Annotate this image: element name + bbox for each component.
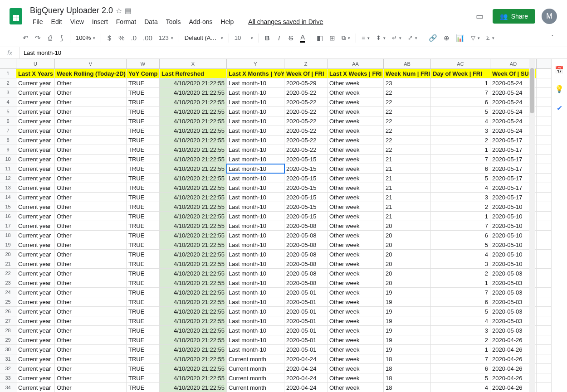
merge-dropdown[interactable]: ⧉▾ [339, 33, 353, 44]
cell[interactable]: TRUE [127, 373, 160, 382]
cell[interactable]: Other week [327, 354, 384, 363]
cell[interactable]: 2020-05-15 [284, 155, 327, 164]
cell[interactable]: Current year [16, 326, 55, 335]
cell[interactable]: 3 [431, 326, 490, 335]
cell[interactable]: Other week [327, 250, 384, 259]
cell[interactable]: Last month-10 [227, 145, 284, 154]
cell[interactable]: Other [55, 164, 127, 173]
paint-format-button[interactable]: ⟆ [56, 32, 67, 44]
cell[interactable]: 4/10/2020 21:22:55 [160, 164, 227, 173]
cell[interactable]: Other week [327, 297, 384, 306]
document-title[interactable]: BigQuery Uploader 2.0 [30, 6, 113, 15]
account-avatar[interactable]: M [542, 9, 557, 24]
cell[interactable]: Other week [327, 316, 384, 325]
column-header-U[interactable]: U [16, 59, 55, 68]
cell[interactable]: Other week [327, 364, 384, 373]
cell[interactable]: 4/10/2020 21:22:55 [160, 155, 227, 164]
cell[interactable]: Last month-10 [227, 174, 284, 183]
cell[interactable]: 2020-05-01 [284, 345, 327, 354]
menu-help[interactable]: Help [217, 16, 238, 27]
cell[interactable]: 4/10/2020 21:22:55 [160, 107, 227, 116]
halign-dropdown[interactable]: ≡▾ [359, 33, 372, 43]
toolbar-collapse-button[interactable]: ˆ [552, 34, 562, 41]
cell[interactable]: 6 [431, 297, 490, 306]
column-header-V[interactable]: V [55, 59, 127, 68]
row-header[interactable]: 29 [0, 335, 16, 344]
cell[interactable]: Last month-10 [227, 335, 284, 344]
cell[interactable]: 22 [384, 145, 431, 154]
cell[interactable]: Last month-10 [227, 288, 284, 297]
cell[interactable]: Last month-10 [227, 193, 284, 202]
cell[interactable]: 19 [384, 288, 431, 297]
cell[interactable]: 3 [431, 259, 490, 268]
cell[interactable]: TRUE [127, 326, 160, 335]
cell[interactable]: 18 [384, 364, 431, 373]
cell[interactable]: 2020-05-15 [284, 174, 327, 183]
header-cell[interactable]: Last X Months | YoY [227, 69, 284, 78]
column-header-Y[interactable]: Y [227, 59, 284, 68]
cell[interactable]: Current year [16, 269, 55, 278]
cell[interactable]: Last month-10 [227, 136, 284, 145]
cell[interactable]: 4/10/2020 21:22:55 [160, 202, 227, 211]
cell[interactable]: 6 [431, 97, 490, 106]
cell[interactable]: 21 [384, 193, 431, 202]
cell[interactable]: Current year [16, 297, 55, 306]
header-cell[interactable]: Last X Weeks | FRI [327, 69, 384, 78]
cell[interactable]: Current year [16, 145, 55, 154]
wrap-dropdown[interactable]: ↵▾ [389, 33, 404, 43]
font-dropdown[interactable]: Default (Ari...▾ [182, 33, 226, 43]
cell[interactable]: 4/10/2020 21:22:55 [160, 193, 227, 202]
cell[interactable]: Other [55, 335, 127, 344]
cell[interactable]: Current year [16, 97, 55, 106]
cell[interactable]: 4/10/2020 21:22:55 [160, 136, 227, 145]
cell[interactable]: 2020-05-15 [284, 212, 327, 221]
cell[interactable]: Other [55, 326, 127, 335]
cell[interactable]: 7 [431, 354, 490, 363]
row-header[interactable]: 17 [0, 221, 16, 230]
cell[interactable]: TRUE [127, 116, 160, 126]
cell[interactable]: 18 [384, 354, 431, 363]
cell[interactable]: TRUE [127, 316, 160, 325]
cell[interactable]: 2020-05-22 [284, 107, 327, 116]
cell[interactable]: Current year [16, 126, 55, 135]
text-color-button[interactable]: A [297, 32, 308, 44]
cell[interactable]: 19 [384, 297, 431, 306]
cell[interactable]: Other week [327, 97, 384, 106]
cell[interactable]: Other [55, 250, 127, 259]
cell[interactable]: TRUE [127, 345, 160, 354]
cell[interactable]: Other week [327, 88, 384, 97]
chart-button[interactable]: 📊 [453, 32, 467, 44]
cell[interactable]: 2020-05-22 [284, 116, 327, 126]
cell[interactable]: Last month-10 [227, 240, 284, 249]
cell[interactable]: Current year [16, 174, 55, 183]
cell[interactable]: 2020-05-15 [284, 193, 327, 202]
cell[interactable]: Other week [327, 136, 384, 145]
row-header[interactable]: 4 [0, 97, 16, 106]
cell[interactable]: 2020-04-24 [284, 364, 327, 373]
row-header[interactable]: 32 [0, 364, 16, 373]
cell[interactable]: Other [55, 354, 127, 363]
cell[interactable]: Other week [327, 116, 384, 126]
link-button[interactable]: 🔗 [426, 32, 440, 44]
cell[interactable]: 1 [431, 212, 490, 221]
filter-dropdown[interactable]: ▽▾ [468, 33, 483, 43]
cell[interactable]: 21 [384, 155, 431, 164]
cell[interactable]: 2020-05-22 [284, 145, 327, 154]
row-header[interactable]: 30 [0, 345, 16, 354]
cell[interactable]: Current year [16, 250, 55, 259]
cell[interactable]: 2020-05-01 [284, 297, 327, 306]
print-button[interactable]: ⎙ [44, 32, 55, 44]
cell[interactable]: Last month-10 [227, 345, 284, 354]
cell[interactable]: 4/10/2020 21:22:55 [160, 345, 227, 354]
row-header[interactable]: 28 [0, 326, 16, 335]
cell[interactable]: TRUE [127, 126, 160, 135]
saved-status[interactable]: All changes saved in Drive [244, 16, 327, 27]
cell[interactable]: Current year [16, 354, 55, 363]
cell[interactable]: 4 [431, 250, 490, 259]
cell[interactable]: 21 [384, 164, 431, 173]
cell[interactable]: Current year [16, 193, 55, 202]
scroll-thumb[interactable] [530, 68, 534, 113]
row-header[interactable]: 9 [0, 145, 16, 154]
header-cell[interactable]: Last X Years [16, 69, 55, 78]
percent-button[interactable]: % [116, 32, 127, 44]
